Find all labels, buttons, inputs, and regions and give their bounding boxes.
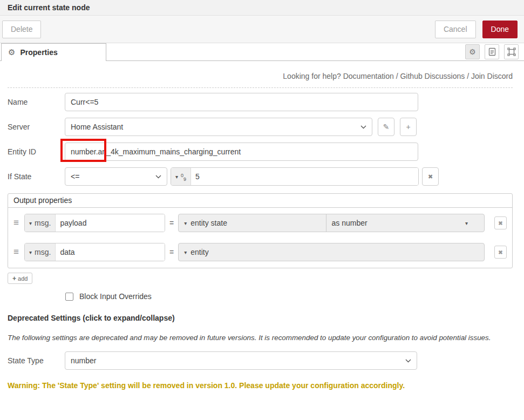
tab-properties-label: Properties [20, 48, 57, 57]
equals-sign: = [169, 219, 174, 227]
chevron-down-icon [155, 175, 161, 179]
entity-id-row: Entity ID [8, 143, 513, 161]
plus-icon: + [406, 123, 410, 131]
source-typedinput: ▾ entity [178, 243, 485, 261]
output-properties-list: ≡ ▾ msg. = ▾ entity state [8, 208, 512, 268]
help-links-row: Looking for help? Documentation / Github… [8, 72, 513, 88]
appearance-button[interactable] [504, 44, 519, 59]
add-server-button[interactable]: + [400, 118, 417, 136]
if-state-label: If State [8, 172, 65, 181]
caret-down-icon: ▾ [184, 249, 187, 255]
if-state-value-typedinput: ▾ 09 [171, 167, 419, 186]
dialog-title: Edit current state node [0, 0, 524, 16]
edit-server-button[interactable]: ✎ [378, 118, 394, 136]
value-type-button[interactable]: ▾ 09 [171, 168, 191, 185]
source-type-button[interactable]: ▾ entity [179, 243, 484, 261]
entity-id-input[interactable] [65, 143, 418, 161]
tab-button-group: ⚙ [465, 44, 519, 59]
caret-down-icon: ▾ [175, 174, 178, 180]
drag-handle-icon[interactable]: ≡ [13, 247, 24, 258]
add-property-button[interactable]: + add [8, 273, 32, 284]
if-state-row: If State <= ▾ 09 ✖ [8, 167, 513, 186]
target-typedinput: ▾ msg. [24, 214, 165, 232]
caret-down-icon: ▾ [465, 220, 468, 226]
gear-icon: ⚙ [8, 48, 15, 57]
deprecated-settings-heading[interactable]: Deprecated Settings (click to expand/col… [8, 314, 513, 322]
source-typedinput: ▾ entity state as number ▾ [178, 214, 485, 232]
server-select[interactable]: Home Assistant [65, 118, 372, 136]
editor-tab-bar: ⚙ Properties ⚙ [0, 43, 524, 61]
output-properties-title: Output properties [8, 194, 512, 208]
source-value: entity [190, 248, 208, 256]
state-type-row: State Type number [8, 351, 513, 370]
help-separator: / [467, 72, 469, 80]
target-typedinput: ▾ msg. [24, 243, 165, 261]
number-type-icon: 09 [181, 172, 186, 181]
close-icon: ✖ [428, 173, 433, 180]
state-type-warning: Warning: The 'State Type' setting will b… [8, 381, 513, 390]
dialog-toolbar: Delete Cancel Done [0, 16, 524, 43]
remove-row-button[interactable]: ✖ [494, 246, 507, 259]
caret-down-icon: ▾ [29, 249, 32, 255]
chevron-down-icon [360, 125, 366, 129]
gear-icon: ⚙ [469, 48, 476, 56]
drag-handle-icon[interactable]: ≡ [13, 218, 24, 228]
operator-value: <= [71, 172, 79, 181]
block-input-overrides-row: Block Input Overrides [65, 292, 513, 301]
remove-row-button[interactable]: ✖ [494, 216, 507, 229]
properties-gear-button[interactable]: ⚙ [465, 44, 480, 59]
if-state-operator-select[interactable]: <= [65, 167, 167, 186]
target-type-button[interactable]: ▾ msg. [25, 214, 56, 232]
target-type-button[interactable]: ▾ msg. [25, 243, 56, 261]
close-icon: ✖ [498, 249, 502, 255]
state-type-value: number [71, 356, 96, 365]
help-separator: / [396, 72, 398, 80]
block-input-overrides-label: Block Input Overrides [79, 292, 152, 301]
pencil-icon: ✎ [383, 123, 390, 131]
done-button[interactable]: Done [482, 21, 518, 38]
plus-icon: + [12, 275, 16, 282]
output-property-row: ≡ ▾ msg. = ▾ entity state [13, 214, 507, 232]
server-label: Server [8, 123, 65, 131]
name-input[interactable] [65, 93, 418, 111]
delete-button[interactable]: Delete [2, 21, 41, 38]
name-row: Name [8, 93, 513, 111]
properties-panel: Looking for help? Documentation / Github… [0, 61, 524, 390]
source-value: entity state [190, 219, 227, 227]
target-property-input[interactable] [56, 243, 165, 261]
equals-sign: = [169, 248, 174, 256]
clear-if-state-button[interactable]: ✖ [422, 167, 439, 186]
toolbar-right-group: Cancel Done [435, 21, 518, 38]
state-type-label: State Type [8, 356, 65, 365]
msg-prefix-label: msg. [35, 219, 51, 227]
modifier-select[interactable]: as number ▾ [326, 214, 485, 232]
caret-down-icon: ▾ [184, 220, 187, 226]
document-icon [488, 48, 496, 56]
target-property-input[interactable] [56, 214, 165, 232]
server-row: Server Home Assistant ✎ + [8, 118, 513, 136]
output-properties-container: Output properties ≡ ▾ msg. = ▾ [8, 193, 513, 268]
github-discussions-link[interactable]: Github Discussions [400, 72, 465, 80]
name-label: Name [8, 98, 65, 106]
chevron-down-icon [405, 359, 411, 363]
deprecated-note: The following settings are deprecated an… [8, 334, 513, 342]
frame-icon [507, 48, 516, 56]
edit-node-dialog: Edit current state node Delete Cancel Do… [0, 0, 524, 420]
cancel-button[interactable]: Cancel [435, 21, 476, 38]
add-label: add [18, 275, 28, 282]
caret-down-icon: ▾ [29, 220, 32, 226]
server-select-value: Home Assistant [71, 123, 123, 131]
block-input-overrides-checkbox[interactable] [65, 293, 73, 301]
join-discord-link[interactable]: Join Discord [471, 72, 513, 80]
description-button[interactable] [485, 44, 499, 59]
documentation-link[interactable]: Documentation [343, 72, 394, 80]
source-type-button[interactable]: ▾ entity state [179, 214, 325, 232]
close-icon: ✖ [498, 220, 502, 226]
state-type-select[interactable]: number [65, 351, 417, 370]
entity-id-label: Entity ID [8, 147, 65, 156]
if-state-value-input[interactable] [191, 168, 418, 185]
help-prefix: Looking for help? [283, 72, 341, 80]
modifier-value: as number [332, 219, 368, 227]
tab-properties[interactable]: ⚙ Properties [1, 43, 106, 61]
output-property-row: ≡ ▾ msg. = ▾ entity [13, 243, 507, 261]
